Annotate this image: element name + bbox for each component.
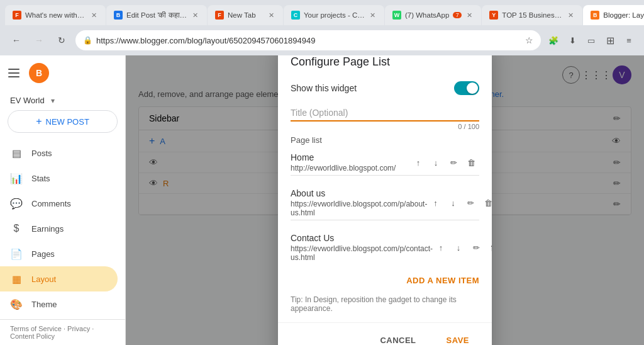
nav-forward[interactable]: → [30,31,48,49]
page-2-delete-icon[interactable]: 🗑 [486,239,492,256]
page-list-label: Page list [291,135,479,145]
sidebar-item-layout[interactable]: ▦Layout [0,266,118,291]
tip-text: Tip: In Design, reposition the gadget to… [291,290,479,322]
new-post-label: NEW POST [46,117,89,127]
page-item-name: Home [291,152,396,162]
tab-bar: FWhat's new with Fire...✕BEdit Post 'की … [0,0,644,25]
page-2-down-icon[interactable]: ↓ [450,239,467,256]
page-list-item: Homehttp://evworldlive.blogspot.com/↑↓✏🗑 [291,147,479,183]
star-icon[interactable]: ☆ [525,35,533,45]
content-area: ? ⋮⋮⋮ V Add, remove, and arrange page el… [126,55,644,345]
widget-toggle-switch[interactable] [454,81,479,95]
tab-label: New Tab [228,11,264,19]
page-1-up-icon[interactable]: ↑ [427,195,443,211]
tab-close-icon[interactable]: ✕ [567,11,575,20]
page-1-down-icon[interactable]: ↓ [445,195,461,211]
lock-icon: 🔒 [83,36,92,45]
tab-label: Your projects - Can... [304,11,365,19]
browser-tab-tab7[interactable]: BBlogger: Layout✕ [583,5,644,25]
plus-icon: + [36,116,42,127]
page-list-item: Contact Ushttps://evworldlive.blogspot.c… [291,228,479,268]
pages-icon: 📄 [10,248,23,260]
tab-close-icon[interactable]: ✕ [465,11,474,20]
tab-close-icon[interactable]: ✕ [90,11,98,20]
add-new-item-button[interactable]: ADD A NEW ITEM [291,268,479,290]
tab-close-icon[interactable]: ✕ [267,11,275,20]
page-0-up-icon[interactable]: ↑ [410,154,426,171]
browser-tab-tab4[interactable]: CYour projects - Can...✕ [284,5,384,25]
page-item-name: About us [291,188,427,198]
sidebar-item-label: Comments [31,199,71,208]
footer-link-1[interactable]: Privacy [67,325,90,332]
blogger-logo: B [29,63,49,83]
sidebar-item-pages[interactable]: 📄Pages [0,241,118,266]
title-input[interactable] [291,105,479,122]
tab-label: TOP 15 Business ide... [502,11,563,19]
menu-icon[interactable]: ≡ [621,33,636,48]
address-text: https://www.blogger.com/blog/layout/6502… [96,36,521,45]
page-1-edit-icon[interactable]: ✏ [462,195,479,211]
posts-icon: ▤ [10,147,23,159]
earnings-icon: $ [10,223,23,234]
tab-badge: 7 [453,12,462,18]
page-2-up-icon[interactable]: ↑ [433,239,449,256]
browser-tab-tab1[interactable]: FWhat's new with Fire...✕ [5,5,106,25]
page-2-edit-icon[interactable]: ✏ [468,239,484,256]
sidebar-footer: Terms of Service · Privacy · Content Pol… [0,319,125,345]
sidebar-item-theme[interactable]: 🎨Theme [0,291,118,317]
page-0-edit-icon[interactable]: ✏ [445,154,462,171]
sidebar-item-label: Theme [31,300,57,309]
tab-label: Edit Post 'की कहानि... [126,11,187,20]
page-1-delete-icon[interactable]: 🗑 [480,195,492,211]
theme-icon: 🎨 [10,298,23,310]
sidebar-item-earnings[interactable]: $Earnings [0,216,118,241]
sidebar-item-posts[interactable]: ▤Posts [0,140,118,166]
tab-group-icon[interactable]: ▭ [584,33,599,48]
new-post-button[interactable]: + NEW POST [8,110,118,133]
footer-link-2[interactable]: Content Policy [10,332,55,340]
page-item-url: http://evworldlive.blogspot.com/ [291,164,396,172]
stats-icon: 📊 [10,172,23,184]
sidebar-item-label: Earnings [31,224,64,234]
extensions-icon[interactable]: 🧩 [546,33,561,48]
footer-link-0[interactable]: Terms of Service [10,325,62,332]
hamburger-menu[interactable] [5,64,23,82]
toggle-knob [467,82,478,94]
blog-name-text: EV World [10,96,45,105]
tab-label: What's new with Fire... [25,11,86,19]
page-list-item: About ushttps://evworldlive.blogspot.com… [291,183,479,228]
sidebar-item-label: Pages [31,249,55,259]
sidebar-item-label: Layout [31,274,56,284]
modal-footer: CANCEL SAVE [278,322,492,345]
modal-title: Configure Page List [278,55,492,76]
page-0-delete-icon[interactable]: 🗑 [463,154,479,171]
browser-tab-tab6[interactable]: YTOP 15 Business ide...✕ [482,5,582,25]
widget-toggle-label: Show this widget [291,83,357,93]
nav-back[interactable]: ← [8,31,25,49]
comments-icon: 💬 [10,198,23,210]
page-item-url: https://evworldlive.blogspot.com/p/conta… [291,244,433,262]
browser-chrome: FWhat's new with Fire...✕BEdit Post 'की … [0,0,644,55]
page-0-down-icon[interactable]: ↓ [428,154,444,171]
sidebar: B EV World ▾ + NEW POST ▤Posts📊Stats💬Com… [0,55,126,345]
blog-name[interactable]: EV World ▾ [0,91,125,110]
sidebar-item-label: Posts [31,149,52,158]
cancel-button[interactable]: CANCEL [370,331,426,345]
tab-close-icon[interactable]: ✕ [369,11,377,20]
sidebar-item-stats[interactable]: 📊Stats [0,166,118,191]
browser-tab-tab3[interactable]: FNew Tab✕ [208,5,283,25]
browser-tab-tab2[interactable]: BEdit Post 'की कहानि...✕ [106,5,207,25]
tab-close-icon[interactable]: ✕ [191,11,199,20]
page-item-url: https://evworldlive.blogspot.com/p/about… [291,200,427,217]
browser-tab-tab5[interactable]: W(7) WhatsApp7✕ [385,5,481,25]
page-item-name: Contact Us [291,233,433,243]
grid-icon[interactable]: ⊞ [602,33,618,48]
char-count: 0 / 100 [291,123,479,130]
sidebar-item-comments[interactable]: 💬Comments [0,191,118,216]
layout-icon: ▦ [10,273,23,285]
address-bar[interactable]: 🔒 https://www.blogger.com/blog/layout/65… [75,30,541,50]
sidebar-item-label: Stats [31,174,50,183]
download-icon[interactable]: ⬇ [565,33,580,48]
save-button[interactable]: SAVE [436,331,479,345]
nav-refresh[interactable]: ↻ [53,31,70,49]
